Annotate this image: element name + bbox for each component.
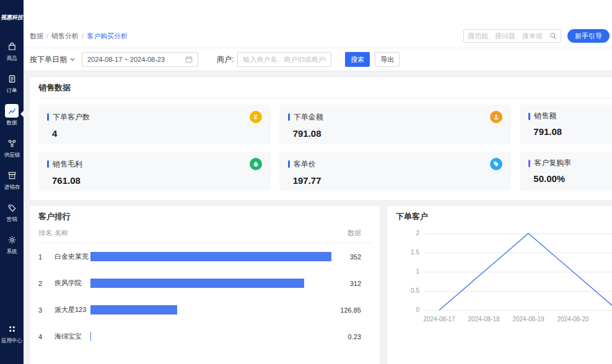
money-bag-icon [250,158,262,170]
orders-icon [5,72,19,85]
sidebar-item-label: 商品 [6,54,17,62]
stat-accent-bar [288,160,290,168]
svg-text:2024-08-17: 2024-08-17 [423,316,455,323]
date-type-select[interactable]: 按下单日期 [30,54,76,65]
ranking-row: 4海绵宝宝0.23 [38,323,371,350]
stat-card-label-group: 下单客户数 [47,112,90,123]
stat-accent-bar [528,113,530,120]
sidebar-item-system[interactable]: 系统 [0,231,24,258]
filter-bar: 按下单日期 2024-08-17 ~ 2024-08-23 商户: 搜索 导出 [24,48,612,71]
ranking-value: 126.85 [331,306,371,314]
sales-data-card: 销售数据 下单客户数¥4下单金额791.08销售额791.08销售毛利761.0… [30,77,612,200]
search-button[interactable]: 搜索 [345,52,370,67]
yuan-icon: ¥ [250,111,262,123]
marketing-icon [5,201,19,214]
sidebar-item-label: 订单 [6,87,17,94]
calendar-icon [185,56,193,63]
order-customers-chart: 00.511.522024-08-172024-08-182024-08-192… [396,225,612,339]
svg-text:0.5: 0.5 [411,287,419,294]
stat-card-header: 下单金额 [288,111,503,123]
ranking-rows: 1白金史莱克3522疾风学院3123派大星123126.854海绵宝宝0.23 [38,243,371,350]
stat-label: 下单金额 [294,112,323,123]
svg-text:2024-08-18: 2024-08-18 [468,316,500,323]
merchant-search-input[interactable] [237,52,331,67]
date-range-input[interactable]: 2024-08-17 ~ 2024-08-23 [82,52,198,67]
search-icon[interactable] [549,32,557,40]
stat-label: 客单价 [294,159,316,170]
stat-value: 50.00% [528,173,612,184]
app-root: 视惠科技 商品订单数据供应链进销存营销系统 应用中心 数据/销售分析/客户购买分… [0,0,612,364]
export-button[interactable]: 导出 [375,52,400,67]
stat-accent-bar [528,160,530,167]
stat-card-header: 客户复购率 [528,158,612,168]
sidebar-item-orders[interactable]: 订单 [0,70,24,97]
bar-track [90,279,331,288]
svg-text:2: 2 [416,230,419,236]
stat-card-label-group: 客单价 [288,159,316,170]
stats-grid: 下单客户数¥4下单金额791.08销售额791.08销售毛利761.08客单价1… [38,105,612,191]
stat-card: 下单客户数¥4 [38,105,271,144]
sidebar-item-label: 应用中心 [1,337,22,344]
global-search-box[interactable] [463,29,561,43]
stat-value: 761.08 [47,175,262,186]
bar-track [90,332,331,341]
sidebar-item-data[interactable]: 数据 [0,102,24,129]
price-tag-icon [490,158,502,170]
breadcrumb-item[interactable]: 数据 [30,32,43,40]
svg-text:2024-08-19: 2024-08-19 [512,316,544,323]
stat-card: 下单金额791.08 [279,105,512,144]
date-type-label: 按下单日期 [30,54,67,65]
chevron-down-icon [69,56,76,63]
sidebar-item-app-center[interactable]: 应用中心 [0,320,24,347]
sidebar-item-label: 供应链 [4,151,20,158]
stat-card-label-group: 销售毛利 [47,159,82,170]
sales-data-title: 销售数据 [38,84,612,98]
column-rank: 排名 [38,228,55,238]
sidebar-item-marketing[interactable]: 营销 [0,199,24,225]
ranking-row: 3派大星123126.85 [38,297,371,323]
stat-card: 销售额791.08 [520,105,612,144]
bottom-row: 客户排行 排名 名称 数据 1白金史莱克3522疾风学院3123派大星12312… [30,206,612,364]
line-chart-svg: 00.511.522024-08-172024-08-182024-08-192… [396,225,612,336]
bar-track [90,305,331,314]
topbar: 数据/销售分析/客户购买分析 新手引导 [24,0,612,48]
customer-ranking-title: 客户排行 [38,212,371,221]
goods-icon [5,40,19,53]
sidebar-item-inventory[interactable]: 进销存 [0,167,24,193]
data-chart-icon [5,104,19,118]
app-logo: 视惠科技 [1,14,23,22]
rank-number: 4 [38,333,55,340]
topbar-right: 新手引导 [463,29,610,43]
stat-label: 下单客户数 [53,112,90,123]
stat-card-header: 销售毛利 [47,158,262,170]
sidebar-item-label: 数据 [6,119,17,126]
ranking-value: 352 [331,253,371,261]
stat-accent-bar [47,160,49,168]
stat-card-label-group: 客户复购率 [528,158,571,168]
stat-card-header: 销售额 [528,111,612,121]
date-range-value: 2024-08-17 ~ 2024-08-23 [87,56,165,63]
stat-label: 销售毛利 [53,159,82,170]
sidebar-item-goods[interactable]: 商品 [0,38,24,64]
breadcrumb: 数据/销售分析/客户购买分析 [30,32,128,41]
ranking-bar [90,305,177,314]
ranking-row: 2疾风学院312 [38,270,371,297]
newbie-guide-button[interactable]: 新手引导 [567,29,610,43]
column-name: 名称 [55,228,90,238]
ranking-bar [90,252,331,261]
bar-track [90,252,331,261]
stat-label: 客户复购率 [534,158,571,168]
sidebar-item-supply-chain[interactable]: 供应链 [0,134,24,161]
sidebar-bottom: 应用中心 [0,320,24,347]
breadcrumb-item[interactable]: 销售分析 [51,32,79,40]
main-area: 数据/销售分析/客户购买分析 新手引导 按下单日期 2024-08-17 [24,0,612,364]
svg-text:2024-08-20: 2024-08-20 [557,316,589,323]
customer-name: 疾风学院 [55,279,90,288]
breadcrumb-item: 客户购买分析 [87,32,128,40]
sidebar-item-label: 系统 [6,248,17,255]
ranking-value: 0.23 [331,333,371,340]
merchant-label: 商户: [217,54,234,65]
inventory-icon [5,168,19,182]
global-search-input[interactable] [464,32,549,40]
stat-value: 791.08 [288,128,503,139]
